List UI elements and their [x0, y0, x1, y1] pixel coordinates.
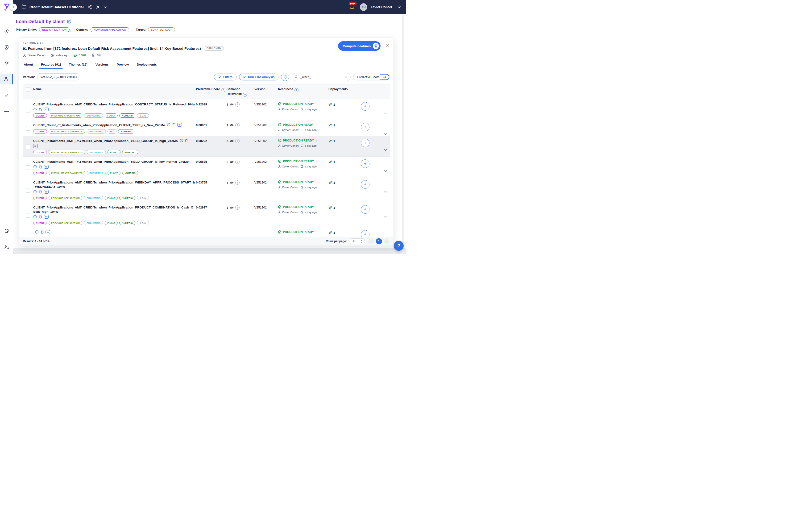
info-icon[interactable] [33, 190, 37, 194]
table-row[interactable]: CLIENT_PriorApplications_AMT_CREDITs_whe… [23, 202, 390, 227]
readiness-help-icon[interactable]: ? [295, 88, 299, 92]
add-to-use-case-button[interactable]: + [361, 180, 369, 189]
table-row[interactable]: CLIENT_Installments_AMT_PAYMENTs_when_Pr… [23, 136, 390, 157]
relevance-help-icon[interactable]: ? [235, 205, 239, 210]
refresh-button[interactable] [281, 73, 289, 81]
copy-icon[interactable] [39, 190, 42, 194]
expand-row-chevron-icon[interactable] [384, 189, 388, 194]
compute-features-button[interactable]: Compute Features [338, 41, 381, 51]
copy-icon[interactable] [172, 123, 176, 127]
rows-per-page-select[interactable]: 25 [350, 239, 365, 244]
table-row[interactable]: ID PRODUCTION READY ⋮ 1 + [23, 227, 390, 238]
relevance-help-icon[interactable]: ? [235, 160, 239, 164]
table-row[interactable]: CLIENT_PriorApplications_AMT_CREDITs_whe… [23, 177, 390, 202]
help-button[interactable]: ? [394, 241, 404, 251]
row-menu-icon[interactable]: ⋮ [315, 231, 318, 233]
id-icon[interactable]: ID [44, 215, 49, 219]
col-header-predictive-score[interactable]: Predictive Score? [196, 87, 227, 92]
feature-name[interactable]: CLIENT_PriorApplications_AMT_CREDITs_whe… [33, 206, 195, 213]
sidebar-item-approvals[interactable] [0, 90, 13, 100]
add-to-use-case-button[interactable]: + [361, 123, 369, 131]
relevance-help-icon[interactable]: ? [235, 139, 239, 143]
vertical-scrollbar[interactable] [402, 15, 404, 253]
row-menu-icon[interactable]: ⋮ [315, 124, 318, 126]
info-icon[interactable] [33, 215, 37, 219]
id-icon[interactable]: ID [44, 165, 49, 169]
col-header-deployments[interactable]: Deployments [327, 87, 354, 91]
sort-direction-button[interactable] [380, 74, 389, 80]
target-badge[interactable]: LOAN_DEFAULT [148, 27, 175, 32]
tab-preview[interactable]: Preview [116, 61, 129, 69]
sidebar-item-experiments[interactable] [0, 74, 13, 84]
tab-deployments[interactable]: Deployments [136, 61, 157, 69]
copy-icon[interactable] [40, 230, 44, 234]
user-menu-chevron-icon[interactable] [398, 5, 401, 9]
tab-versions[interactable]: Versions [95, 61, 109, 69]
project-menu-chevron-icon[interactable] [104, 6, 107, 9]
id-icon[interactable]: ID [44, 108, 49, 111]
clear-search-icon[interactable]: ✕ [345, 75, 348, 79]
row-menu-icon[interactable]: ⋮ [315, 139, 318, 142]
run-eda-button[interactable]: Run EDA Analysis [239, 74, 278, 80]
sidebar-item-governance[interactable] [4, 228, 9, 234]
row-checkbox[interactable] [26, 144, 31, 149]
select-all-checkbox[interactable] [26, 87, 31, 92]
info-icon[interactable] [167, 123, 171, 127]
search-input[interactable] [300, 75, 341, 79]
col-header-readiness[interactable]: Readiness? [278, 87, 327, 92]
primary-entity-badge[interactable]: NEW APPLICATION [39, 27, 70, 32]
row-checkbox[interactable] [26, 188, 31, 193]
row-menu-icon[interactable]: ⋮ [315, 103, 318, 105]
copy-icon[interactable] [39, 165, 42, 169]
row-checkbox[interactable] [26, 108, 31, 113]
row-checkbox[interactable] [26, 213, 31, 218]
feature-name[interactable]: CLIENT_PriorApplications_AMT_CREDITs_whe… [33, 102, 195, 106]
row-menu-icon[interactable]: ⋮ [315, 181, 318, 183]
notifications-button[interactable]: 999+ [349, 4, 355, 10]
expand-row-chevron-icon[interactable] [384, 132, 388, 136]
close-panel-icon[interactable]: ✕ [386, 43, 390, 48]
row-checkbox[interactable] [26, 126, 31, 131]
id-icon[interactable]: ID [44, 190, 49, 194]
table-row[interactable]: CLIENT_Count_of_Installments_when_PriorA… [23, 120, 390, 136]
sidebar-item-ideas[interactable] [0, 58, 13, 69]
info-icon[interactable] [33, 165, 37, 169]
sidebar-item-modeling[interactable] [0, 42, 13, 52]
relevance-help-icon[interactable]: ? [235, 123, 239, 127]
feature-name[interactable]: CLIENT_Count_of_Installments_when_PriorA… [33, 123, 165, 127]
copy-icon[interactable] [39, 108, 42, 111]
add-to-use-case-button[interactable]: + [361, 205, 369, 214]
col-header-name[interactable]: Name [33, 87, 196, 91]
expand-row-chevron-icon[interactable] [384, 169, 388, 173]
info-icon[interactable] [33, 108, 37, 111]
id-icon[interactable]: ID [33, 144, 38, 148]
predictive-score-help-icon[interactable]: ? [221, 88, 225, 92]
context-badge[interactable]: NEW LOAN APPLICATION [91, 27, 129, 32]
current-page-button[interactable]: 1 [376, 238, 382, 244]
sidebar-item-explore[interactable] [0, 26, 13, 36]
settings-gear-icon[interactable] [95, 5, 100, 9]
info-icon[interactable] [35, 230, 39, 234]
row-checkbox[interactable] [26, 165, 31, 170]
row-menu-icon[interactable]: ⋮ [315, 160, 318, 163]
add-to-use-case-button[interactable]: + [361, 102, 369, 111]
next-page-button[interactable]: › [384, 238, 390, 244]
feature-name[interactable]: CLIENT_Installments_AMT_PAYMENTs_when_Pr… [33, 139, 178, 143]
table-row[interactable]: CLIENT_PriorApplications_AMT_CREDITs_whe… [23, 99, 390, 120]
copy-icon[interactable] [185, 139, 188, 142]
avatar[interactable]: XC [360, 3, 367, 11]
feature-name[interactable]: CLIENT_PriorApplications_AMT_CREDITs_whe… [33, 181, 195, 188]
col-header-version[interactable]: Version [255, 87, 278, 91]
version-select[interactable]: V251202_1 (Current Version [37, 73, 79, 80]
tab-about[interactable]: About [24, 61, 34, 69]
tab-features[interactable]: Features [91] [41, 61, 61, 69]
info-icon[interactable] [180, 139, 183, 142]
table-row[interactable]: CLIENT_Installments_AMT_PAYMENTs_when_Pr… [23, 157, 390, 177]
edit-title-icon[interactable] [67, 19, 72, 24]
expand-row-chevron-icon[interactable] [384, 215, 388, 218]
sort-select[interactable]: Predictive Score [353, 74, 390, 80]
filters-button[interactable]: Filters [214, 74, 236, 80]
col-header-semantic-relevance[interactable]: Semantic Relevance? [227, 87, 255, 97]
expand-row-chevron-icon[interactable] [384, 112, 388, 115]
id-icon[interactable]: ID [46, 230, 50, 234]
